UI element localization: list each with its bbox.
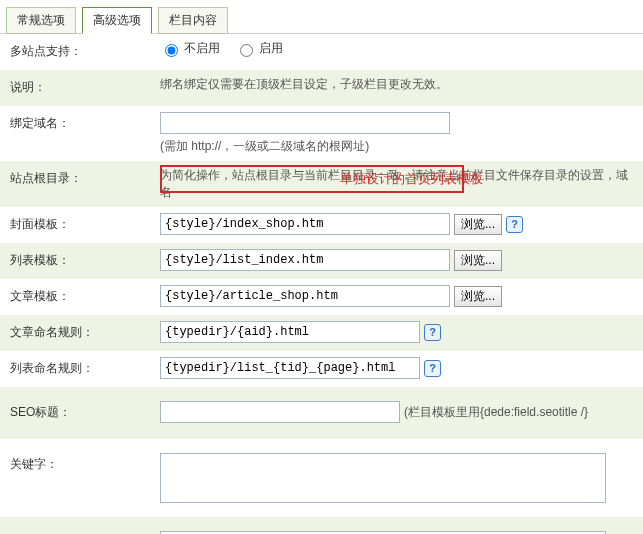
input-rule-article[interactable] <box>160 321 420 343</box>
row-domain: 绑定域名： (需加 http://，一级或二级域名的根网址) <box>0 106 643 161</box>
input-rule-list[interactable] <box>160 357 420 379</box>
input-seo[interactable] <box>160 401 400 423</box>
row-rule-list: 列表命名规则： ? <box>0 351 643 387</box>
radio-label-on: 启用 <box>259 40 283 57</box>
tab-content[interactable]: 栏目内容 <box>158 7 228 34</box>
label-seo: SEO标题： <box>10 401 160 421</box>
label-desc: 说明： <box>10 76 160 96</box>
label-rule-list: 列表命名规则： <box>10 357 160 377</box>
browse-article[interactable]: 浏览... <box>454 286 502 307</box>
radio-label-off: 不启用 <box>184 40 220 57</box>
radio-multisite-off[interactable] <box>165 44 178 57</box>
row-desc: 说明： 绑名绑定仅需要在顶级栏目设定，子级栏目更改无效。 <box>0 70 643 106</box>
help-icon[interactable]: ? <box>424 360 441 377</box>
row-tpl-article: 文章模板： 浏览... <box>0 279 643 315</box>
input-tpl-list[interactable] <box>160 249 450 271</box>
label-multisite: 多站点支持： <box>10 40 160 60</box>
label-tpl-cover: 封面模板： <box>10 213 160 233</box>
label-siteroot: 站点根目录： <box>10 167 160 187</box>
label-domain: 绑定域名： <box>10 112 160 132</box>
tab-bar: 常规选项 高级选项 栏目内容 <box>0 0 643 34</box>
text-desc: 绑名绑定仅需要在顶级栏目设定，子级栏目更改无效。 <box>160 76 633 93</box>
hint-domain: (需加 http://，一级或二级域名的根网址) <box>160 138 369 155</box>
input-tpl-cover[interactable] <box>160 213 450 235</box>
input-tpl-article[interactable] <box>160 285 450 307</box>
row-coldesc: 栏目描述： <box>0 517 643 534</box>
row-tpl-list: 列表模板： 浏览... <box>0 243 643 279</box>
label-rule-article: 文章命名规则： <box>10 321 160 341</box>
tab-general[interactable]: 常规选项 <box>6 7 76 34</box>
annotation-text: 单独设计的首页列表模板 <box>340 170 483 188</box>
help-icon[interactable]: ? <box>506 216 523 233</box>
browse-list[interactable]: 浏览... <box>454 250 502 271</box>
hint-seo: (栏目模板里用{dede:field.seotitle /} <box>404 404 588 421</box>
row-siteroot: 站点根目录： 为简化操作，站点根目录与当前栏目目录一致，请注意当前栏目文件保存目… <box>0 161 643 207</box>
row-multisite: 多站点支持： 不启用 启用 <box>0 34 643 70</box>
row-keywords: 关键字： <box>0 439 643 517</box>
label-tpl-article: 文章模板： <box>10 285 160 305</box>
browse-cover[interactable]: 浏览... <box>454 214 502 235</box>
row-tpl-cover: 封面模板： 浏览... ? <box>0 207 643 243</box>
textarea-keywords[interactable] <box>160 453 606 503</box>
radio-multisite-on[interactable] <box>240 44 253 57</box>
row-seo: SEO标题： (栏目模板里用{dede:field.seotitle /} <box>0 387 643 439</box>
tab-advanced[interactable]: 高级选项 <box>82 7 152 34</box>
label-tpl-list: 列表模板： <box>10 249 160 269</box>
input-domain[interactable] <box>160 112 450 134</box>
label-keywords: 关键字： <box>10 453 160 473</box>
help-icon[interactable]: ? <box>424 324 441 341</box>
row-rule-article: 文章命名规则： ? <box>0 315 643 351</box>
